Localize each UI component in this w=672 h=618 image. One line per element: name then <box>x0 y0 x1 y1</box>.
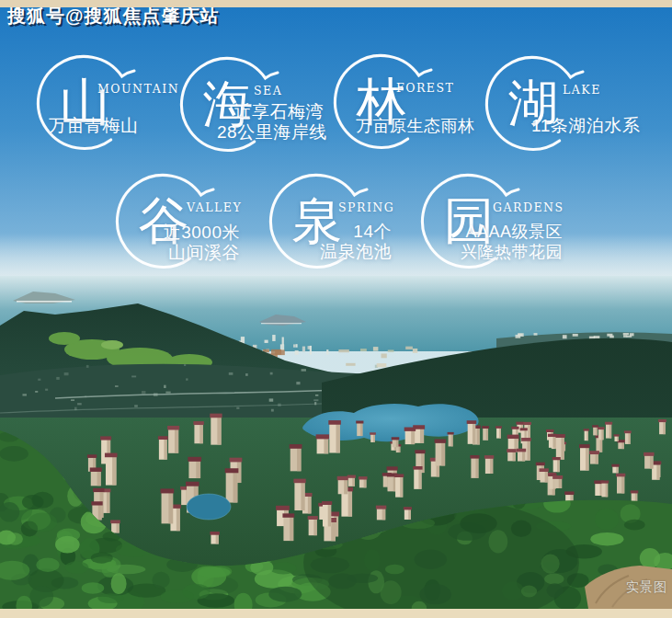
feature-badge-gardens: 园 GARDENS AAAA级景区兴隆热带花园 <box>421 173 634 320</box>
feature-description: 近3000米山间溪谷 <box>146 223 240 263</box>
feature-description: AAAA级景区兴隆热带花园 <box>460 222 563 262</box>
feature-line: 14个 <box>300 222 392 242</box>
feature-description: 11条湖泊水系 <box>531 116 640 136</box>
photo-watermark: 实景图 <box>626 579 667 596</box>
feature-english-label: LAKE <box>563 83 601 97</box>
feature-line: 近3000米 <box>146 223 240 243</box>
feature-english-label: FOREST <box>396 81 454 95</box>
feature-line: 兴隆热带花园 <box>460 242 563 262</box>
feature-line: 近享石梅湾 <box>217 102 324 122</box>
feature-line: 28公里海岸线 <box>217 122 324 143</box>
feature-description: 万亩青梅山 <box>49 116 139 136</box>
feature-line: AAAA级景区 <box>460 222 563 242</box>
feature-english-label: SEA <box>254 84 282 97</box>
feature-description: 14个温泉泡池 <box>300 222 392 262</box>
feature-line: 万亩原生态雨林 <box>356 116 475 136</box>
feature-english-label: SPRING <box>338 200 394 214</box>
top-margin-strip <box>0 0 672 7</box>
feature-line: 11条湖泊水系 <box>531 116 640 136</box>
feature-line: 万亩青梅山 <box>49 116 139 136</box>
sohu-account-watermark: 搜狐号@搜狐焦点肇庆站 <box>7 4 220 29</box>
feature-line: 温泉泡池 <box>300 242 392 262</box>
feature-line: 山间溪谷 <box>146 243 240 263</box>
feature-english-label: GARDENS <box>493 200 564 214</box>
promo-image-page: 实景图 搜狐号@搜狐焦点肇庆站 山 MOUNTAIN 万亩青梅山 海 SEA 近… <box>0 0 672 618</box>
feature-description: 万亩原生态雨林 <box>356 116 475 136</box>
feature-description: 近享石梅湾28公里海岸线 <box>217 102 324 143</box>
feature-badges-layer: 山 MOUNTAIN 万亩青梅山 海 SEA 近享石梅湾28公里海岸线 林 FO… <box>0 0 672 618</box>
feature-english-label: VALLEY <box>187 200 242 214</box>
feature-english-label: MOUNTAIN <box>97 82 179 96</box>
bottom-margin-strip <box>0 609 672 618</box>
